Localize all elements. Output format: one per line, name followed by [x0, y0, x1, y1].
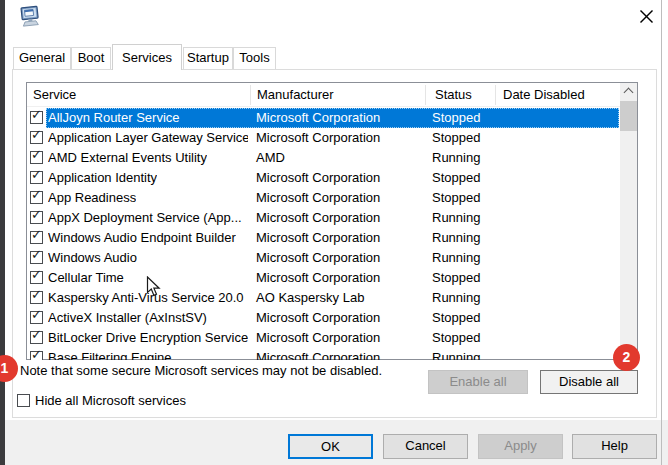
- row-status: Running: [432, 348, 480, 360]
- row-status: Running: [432, 248, 480, 268]
- service-checkbox[interactable]: ✓: [30, 151, 43, 164]
- row-manufacturer: Microsoft Corporation: [256, 228, 380, 248]
- row-manufacturer: AO Kaspersky Lab: [256, 288, 364, 308]
- hide-microsoft-services-checkbox[interactable]: [17, 394, 30, 407]
- row-service-name: Cellular Time: [48, 268, 124, 288]
- row-service-name: Windows Audio Endpoint Builder: [48, 228, 236, 248]
- row-service-name: AppX Deployment Service (App...: [48, 208, 242, 228]
- checkmark-icon: ✓: [31, 228, 42, 241]
- service-row[interactable]: ✓ Application Layer Gateway Service Micr…: [27, 128, 620, 148]
- service-row[interactable]: ✓ AMD External Events Utility AMD Runnin…: [27, 148, 620, 168]
- checkmark-icon: ✓: [31, 128, 42, 141]
- tab-general[interactable]: General: [13, 47, 71, 69]
- close-button[interactable]: [629, 4, 663, 32]
- row-manufacturer: Microsoft Corporation: [256, 208, 380, 228]
- checkmark-icon: ✓: [31, 348, 42, 360]
- column-divider: [425, 85, 426, 105]
- window-border: [661, 0, 662, 465]
- disable-all-button[interactable]: Disable all: [540, 370, 638, 394]
- row-manufacturer: AMD: [256, 148, 285, 168]
- services-table: Service Manufacturer Status Date Disable…: [26, 82, 638, 360]
- service-checkbox[interactable]: ✓: [30, 351, 43, 360]
- service-row[interactable]: ✓ Kaspersky Anti-Virus Service 20.0 AO K…: [27, 288, 620, 308]
- row-manufacturer: Microsoft Corporation: [256, 128, 380, 148]
- row-status: Running: [432, 288, 480, 308]
- column-header-status[interactable]: Status: [435, 83, 472, 107]
- system-configuration-window: General Boot Services Startup Tools Serv…: [0, 0, 668, 465]
- scroll-up-button[interactable]: [620, 83, 637, 100]
- apply-button: Apply: [478, 434, 563, 459]
- column-divider: [250, 85, 251, 105]
- tab-startup[interactable]: Startup: [183, 47, 233, 69]
- service-row[interactable]: ✓ Cellular Time Microsoft Corporation St…: [27, 268, 620, 288]
- scrollbar-thumb[interactable]: [620, 101, 637, 131]
- service-row[interactable]: ✓ Application Identity Microsoft Corpora…: [27, 168, 620, 188]
- checkmark-icon: ✓: [31, 308, 42, 321]
- enable-all-button: Enable all: [428, 370, 528, 394]
- service-checkbox[interactable]: ✓: [30, 251, 43, 264]
- service-checkbox[interactable]: ✓: [30, 191, 43, 204]
- service-checkbox[interactable]: ✓: [30, 171, 43, 184]
- checkmark-icon: ✓: [31, 208, 42, 221]
- service-checkbox[interactable]: ✓: [30, 211, 43, 224]
- hide-microsoft-services-label: Hide all Microsoft services: [35, 393, 186, 408]
- column-header-date-disabled[interactable]: Date Disabled: [503, 83, 585, 107]
- service-row[interactable]: ✓ Base Filtering Engine Microsoft Corpor…: [27, 348, 620, 360]
- row-manufacturer: Microsoft Corporation: [256, 188, 380, 208]
- row-manufacturer: Microsoft Corporation: [256, 108, 380, 128]
- service-row[interactable]: ✓ Windows Audio Microsoft Corporation Ru…: [27, 248, 620, 268]
- service-checkbox[interactable]: ✓: [30, 111, 43, 124]
- scroll-up-icon: [624, 88, 634, 98]
- service-row[interactable]: ✓ AllJoyn Router Service Microsoft Corpo…: [27, 108, 620, 128]
- row-manufacturer: Microsoft Corporation: [256, 248, 380, 268]
- checkmark-icon: ✓: [31, 248, 42, 261]
- row-service-name: AllJoyn Router Service: [48, 108, 180, 128]
- vertical-scrollbar[interactable]: [620, 83, 637, 359]
- row-manufacturer: Microsoft Corporation: [256, 308, 380, 328]
- mouse-cursor-icon: [146, 276, 161, 302]
- cancel-button[interactable]: Cancel: [383, 434, 468, 459]
- dialog-footer: OK Cancel Apply Help: [5, 420, 668, 465]
- service-checkbox[interactable]: ✓: [30, 291, 43, 304]
- row-service-name: ActiveX Installer (AxInstSV): [48, 308, 207, 328]
- row-status: Stopped: [432, 108, 480, 128]
- help-button[interactable]: Help: [572, 434, 657, 459]
- service-row[interactable]: ✓ App Readiness Microsoft Corporation St…: [27, 188, 620, 208]
- column-header-manufacturer[interactable]: Manufacturer: [257, 83, 334, 107]
- row-status: Stopped: [432, 188, 480, 208]
- title-bar: [5, 0, 661, 38]
- service-checkbox[interactable]: ✓: [30, 131, 43, 144]
- row-status: Stopped: [432, 168, 480, 188]
- service-row[interactable]: ✓ BitLocker Drive Encryption Service Mic…: [27, 328, 620, 348]
- row-status: Stopped: [432, 328, 480, 348]
- service-checkbox[interactable]: ✓: [30, 271, 43, 284]
- row-service-name: App Readiness: [48, 188, 136, 208]
- service-row[interactable]: ✓ AppX Deployment Service (App... Micros…: [27, 208, 620, 228]
- checkmark-icon: ✓: [31, 168, 42, 181]
- msconfig-icon: [19, 5, 41, 29]
- column-header-service[interactable]: Service: [33, 83, 76, 107]
- checkmark-icon: ✓: [31, 148, 42, 161]
- tab-boot[interactable]: Boot: [71, 47, 111, 69]
- tab-tools[interactable]: Tools: [233, 47, 276, 69]
- services-note: Note that some secure Microsoft services…: [20, 363, 382, 378]
- service-row[interactable]: ✓ ActiveX Installer (AxInstSV) Microsoft…: [27, 308, 620, 328]
- row-status: Running: [432, 208, 480, 228]
- ok-button[interactable]: OK: [288, 434, 373, 459]
- service-row[interactable]: ✓ Windows Audio Endpoint Builder Microso…: [27, 228, 620, 248]
- row-service-name: BitLocker Drive Encryption Service: [48, 328, 248, 348]
- row-manufacturer: Microsoft Corporation: [256, 268, 380, 288]
- background-edge-strip: [0, 0, 5, 465]
- checkmark-icon: ✓: [31, 328, 42, 341]
- tab-services[interactable]: Services: [112, 44, 182, 70]
- row-status: Running: [432, 148, 480, 168]
- row-status: Stopped: [432, 128, 480, 148]
- row-service-name: Base Filtering Engine: [48, 348, 172, 360]
- service-checkbox[interactable]: ✓: [30, 331, 43, 344]
- service-checkbox[interactable]: ✓: [30, 231, 43, 244]
- row-service-name: Application Layer Gateway Service: [48, 128, 248, 148]
- row-manufacturer: Microsoft Corporation: [256, 168, 380, 188]
- checkmark-icon: ✓: [31, 108, 42, 121]
- checkmark-icon: ✓: [31, 188, 42, 201]
- service-checkbox[interactable]: ✓: [30, 311, 43, 324]
